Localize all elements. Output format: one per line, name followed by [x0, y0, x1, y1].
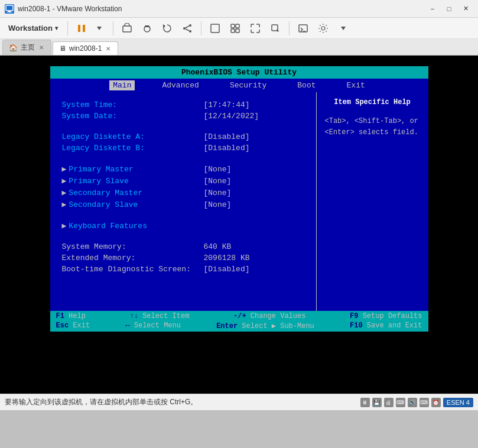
- minimize-button[interactable]: −: [425, 3, 440, 15]
- footer-f1: F1 Help: [56, 312, 86, 320]
- system-time-row: System Time: [17:47:44]: [62, 100, 304, 109]
- svg-point-9: [189, 24, 191, 27]
- bios-menu-security[interactable]: Security: [226, 80, 270, 90]
- bios-title: PhoenixBIOS Setup Utility: [50, 66, 428, 79]
- console-button[interactable]: [294, 20, 312, 37]
- secondary-master-row: ▶Secondary Master [None]: [62, 188, 304, 197]
- settings-dropdown-button[interactable]: [334, 20, 352, 37]
- footer-minus-plus: -/+ Change Values: [233, 312, 305, 320]
- tab-home[interactable]: 🏠 主页 ✕: [2, 40, 51, 55]
- bios-screen: PhoenixBIOS Setup Utility Main Advanced …: [50, 66, 428, 332]
- system-memory-value: 640 KB: [204, 242, 232, 251]
- network-icon: 🖥: [360, 398, 370, 407]
- bios-help-text: <Tab>, <Shift-Tab>, or<Enter> selects fi…: [325, 116, 420, 138]
- close-button[interactable]: ✕: [458, 3, 473, 15]
- system-time-highlight: 17: [208, 100, 217, 109]
- toolbar: Workstation ▾: [0, 18, 478, 39]
- toolbar-separator-3: [201, 21, 201, 35]
- svg-rect-1: [8, 11, 11, 12]
- print-icon: 🖨: [384, 398, 394, 407]
- settings-button[interactable]: [314, 20, 332, 37]
- input-icon: ⌨: [420, 398, 429, 407]
- footer-f9: F9 Setup Defaults: [350, 312, 422, 320]
- svg-line-13: [186, 29, 189, 31]
- tab-vm[interactable]: 🖥 win2008-1 ✕: [53, 41, 118, 55]
- bios-help-panel: Item Specific Help <Tab>, <Shift-Tab>, o…: [316, 92, 428, 311]
- resize-button[interactable]: [266, 20, 284, 37]
- extended-memory-row: Extended Memory: 2096128 KB: [62, 254, 304, 262]
- status-text: 要将输入定向到该虚拟机，请在虚拟机内部单击或按 Ctrl+G。: [5, 397, 356, 407]
- svg-rect-4: [83, 25, 85, 32]
- system-memory-label: System Memory:: [62, 242, 204, 251]
- keyboard-features-row: ▶Keyboard Features: [62, 221, 304, 231]
- dropdown-arrow-icon: ▾: [55, 25, 58, 31]
- primary-master-label: ▶Primary Master: [62, 164, 204, 174]
- home-tab-icon: 🏠: [9, 44, 18, 52]
- snapshot-button[interactable]: [138, 20, 156, 37]
- bios-footer-row2: Esc Exit ↔ Select Menu Enter Select ▶ Su…: [56, 322, 422, 330]
- bios-menu-main[interactable]: Main: [109, 80, 135, 90]
- bios-help-title: Item Specific Help: [325, 98, 420, 106]
- svg-marker-5: [97, 27, 102, 30]
- svg-marker-22: [341, 27, 346, 30]
- bios-menu-exit[interactable]: Exit: [343, 80, 369, 90]
- workstation-menu-button[interactable]: Workstation ▾: [4, 22, 63, 34]
- primary-master-value: [None]: [204, 165, 232, 174]
- svg-rect-3: [78, 25, 80, 32]
- secondary-master-label: ▶Secondary Master: [62, 188, 204, 197]
- secondary-master-value: [None]: [204, 189, 232, 197]
- power-dropdown-button[interactable]: [90, 20, 108, 37]
- primary-master-row: ▶Primary Master [None]: [62, 164, 304, 174]
- revert-button[interactable]: [158, 20, 176, 37]
- home-tab-close[interactable]: ✕: [38, 44, 45, 51]
- vm-display-area[interactable]: PhoenixBIOS Setup Utility Main Advanced …: [0, 56, 478, 394]
- bios-menu-advanced[interactable]: Advanced: [158, 80, 202, 90]
- bios-menu-bar: Main Advanced Security Boot Exit: [50, 79, 428, 92]
- system-time-value: [17:47:44]: [204, 100, 250, 109]
- fullscreen-button[interactable]: [246, 20, 264, 37]
- boot-diag-row: Boot-time Diagnostic Screen: [Disabled]: [62, 265, 304, 274]
- disk-icon: 💾: [372, 398, 382, 407]
- keyboard-features-label: ▶Keyboard Features: [62, 221, 204, 231]
- send-ctrlaltdel-button[interactable]: [118, 20, 136, 37]
- svg-rect-16: [236, 24, 239, 28]
- bios-menu-boot[interactable]: Boot: [294, 80, 319, 90]
- footer-f10: F10 Save and Exit: [350, 322, 422, 330]
- title-bar: win2008-1 - VMware Workstation − □ ✕: [0, 0, 478, 18]
- app-icon: [5, 4, 14, 14]
- secondary-slave-value: [None]: [204, 200, 232, 209]
- svg-rect-14: [211, 24, 219, 33]
- home-tab-label: 主页: [21, 43, 35, 53]
- diskette-a-row: Legacy Diskette A: [Disabled]: [62, 132, 304, 141]
- vm-tab-label: win2008-1: [69, 44, 102, 53]
- vm-tab-close[interactable]: ✕: [105, 45, 112, 53]
- svg-rect-0: [6, 5, 13, 11]
- svg-point-11: [183, 27, 186, 30]
- unity-view-button[interactable]: [226, 20, 244, 37]
- tabs-bar: 🏠 主页 ✕ 🖥 win2008-1 ✕: [0, 39, 478, 56]
- bios-footer-row1: F1 Help ↑↓ Select Item -/+ Change Values…: [56, 312, 422, 320]
- system-time-label: System Time:: [62, 100, 204, 109]
- svg-rect-17: [231, 29, 235, 33]
- share-button[interactable]: [178, 20, 196, 37]
- extended-memory-label: Extended Memory:: [62, 254, 204, 262]
- usb-icon: ⌨: [396, 398, 405, 407]
- footer-enter: Enter Select ▶ Sub-Menu: [216, 322, 314, 330]
- toolbar-separator-1: [67, 21, 68, 35]
- maximize-button[interactable]: □: [441, 3, 457, 15]
- svg-rect-6: [123, 26, 131, 32]
- power-controls: [73, 20, 108, 37]
- secondary-slave-label: ▶Secondary Slave: [62, 200, 204, 209]
- pause-button[interactable]: [73, 20, 90, 37]
- svg-point-10: [189, 30, 191, 33]
- bios-footer: F1 Help ↑↓ Select Item -/+ Change Values…: [50, 311, 428, 332]
- extended-memory-value: 2096128 KB: [204, 254, 250, 262]
- diskette-b-label: Legacy Diskette B:: [62, 144, 204, 152]
- svg-rect-20: [299, 25, 307, 32]
- window-title: win2008-1 - VMware Workstation: [18, 5, 425, 13]
- normal-view-button[interactable]: [206, 20, 224, 37]
- system-date-label: System Date:: [62, 112, 204, 121]
- workstation-label: Workstation: [8, 24, 53, 33]
- bios-content: System Time: [17:47:44] System Date: [12…: [50, 92, 428, 311]
- boot-diag-value: [Disabled]: [204, 265, 250, 274]
